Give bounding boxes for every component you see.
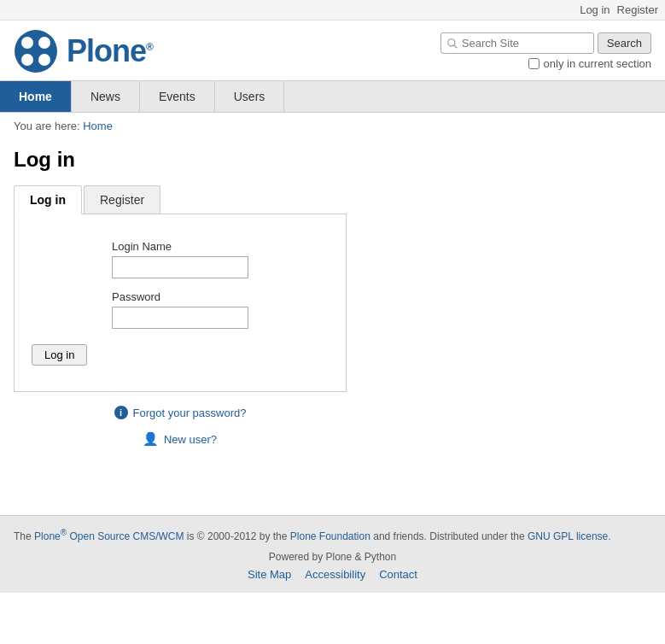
nav-item-news[interactable]: News xyxy=(72,81,140,112)
nav-item-home[interactable]: Home xyxy=(0,81,72,112)
tab-register[interactable]: Register xyxy=(84,185,160,214)
footer-period: . xyxy=(608,530,610,542)
tab-login[interactable]: Log in xyxy=(14,185,82,214)
login-name-input[interactable] xyxy=(112,256,248,278)
new-user-row: 👤 New user? xyxy=(143,431,217,447)
topbar-login-link[interactable]: Log in xyxy=(580,3,610,16)
login-name-group: Login Name xyxy=(112,240,248,278)
search-section-row: only in current section xyxy=(528,57,651,70)
nav-item-events[interactable]: Events xyxy=(140,81,215,112)
info-icon: i xyxy=(114,406,128,419)
footer-copyright: is © 2000-2012 by the xyxy=(187,530,288,542)
footer-links: Site Map Accessibility Contact xyxy=(14,568,651,581)
nav-item-users[interactable]: Users xyxy=(215,81,285,112)
footer-license-link[interactable]: GNU GPL license xyxy=(528,530,608,542)
svg-point-4 xyxy=(38,54,50,66)
password-input[interactable] xyxy=(112,307,248,329)
footer-main: The Plone® Open Source CMS/WCM is © 2000… xyxy=(14,528,651,542)
footer-cms-link[interactable]: Open Source CMS/WCM xyxy=(69,530,184,542)
powered-by-text: Powered by Plone & Python xyxy=(269,551,396,563)
forgot-password-row: i Forgot your password? xyxy=(114,406,247,419)
page-title: Log in xyxy=(14,148,651,172)
new-user-link[interactable]: New user? xyxy=(164,433,217,446)
search-input[interactable] xyxy=(440,32,594,54)
extra-links: i Forgot your password? 👤 New user? xyxy=(14,406,347,447)
logo: Plone® xyxy=(14,29,153,73)
footer-bottom: Powered by Plone & Python Site Map Acces… xyxy=(14,551,651,581)
topbar-register-link[interactable]: Register xyxy=(617,3,658,16)
password-label: Password xyxy=(112,290,248,303)
search-row: Search xyxy=(440,32,651,54)
footer-prefix: The xyxy=(14,530,32,542)
search-button[interactable]: Search xyxy=(598,32,651,54)
main-content: Log in Log in Register Login Name Passwo… xyxy=(0,139,665,481)
section-checkbox[interactable] xyxy=(528,58,540,69)
contact-link[interactable]: Contact xyxy=(379,568,417,581)
login-form: Login Name Password Log in xyxy=(15,231,346,374)
search-area: Search only in current section xyxy=(440,32,651,70)
svg-point-3 xyxy=(21,54,33,66)
sitemap-link[interactable]: Site Map xyxy=(248,568,291,581)
login-name-label: Login Name xyxy=(112,240,248,253)
password-group: Password xyxy=(112,290,248,329)
breadcrumb: You are here: Home xyxy=(0,113,665,139)
user-icon: 👤 xyxy=(143,431,159,447)
accessibility-link[interactable]: Accessibility xyxy=(305,568,365,581)
breadcrumb-prefix: You are here: xyxy=(14,120,80,132)
logo-text: Plone® xyxy=(67,33,153,69)
footer-suffix: and friends. Distributed under the xyxy=(373,530,524,542)
nav: Home News Events Users xyxy=(0,80,665,113)
footer: The Plone® Open Source CMS/WCM is © 2000… xyxy=(0,515,665,593)
tab-content: Login Name Password Log in xyxy=(14,214,347,392)
svg-point-2 xyxy=(38,37,50,49)
plone-logo-icon xyxy=(14,29,58,73)
tabs: Log in Register xyxy=(14,185,347,214)
footer-foundation-link[interactable]: Plone Foundation xyxy=(290,530,370,542)
header: Plone® Search only in current section xyxy=(0,20,665,80)
breadcrumb-home[interactable]: Home xyxy=(83,120,113,132)
svg-point-1 xyxy=(21,37,33,49)
section-checkbox-label[interactable]: only in current section xyxy=(544,57,651,70)
login-button[interactable]: Log in xyxy=(32,344,87,366)
svg-point-0 xyxy=(15,30,57,73)
top-bar: Log in Register xyxy=(0,0,665,20)
footer-plone-link[interactable]: Plone® xyxy=(34,530,67,542)
forgot-password-link[interactable]: Forgot your password? xyxy=(133,407,247,419)
